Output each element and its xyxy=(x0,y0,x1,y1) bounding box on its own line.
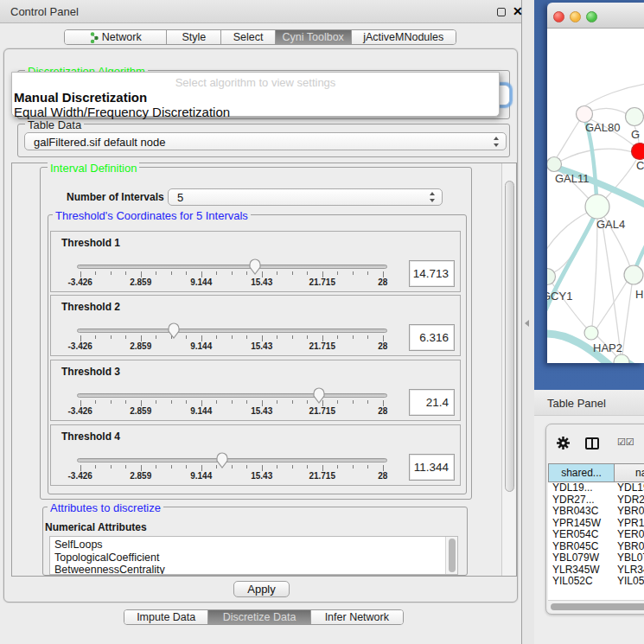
cell-shared-name: YBR043C xyxy=(548,506,613,518)
table-panel-header: Table Panel xyxy=(534,390,644,416)
num-intervals-label: Number of Intervals xyxy=(67,191,164,203)
threshold-value-field[interactable]: 6.316 xyxy=(409,324,455,351)
table-row[interactable]: YBL079WYBL079W xyxy=(548,552,644,564)
slider-tick-label: 9.144 xyxy=(190,277,212,287)
cell-name: YBR045C xyxy=(613,541,644,553)
slider-tick-label: 9.144 xyxy=(190,471,212,481)
slider-tick xyxy=(292,400,293,404)
select-columns-icon[interactable]: ☑☑ xyxy=(617,437,634,448)
table-row[interactable]: YLR345WYLR345W xyxy=(548,564,644,577)
network-node[interactable] xyxy=(547,157,562,172)
network-edge xyxy=(592,219,597,327)
table-row[interactable]: YER054CYER054C xyxy=(548,529,644,541)
split-columns-icon[interactable] xyxy=(585,437,599,450)
threshold-value-field[interactable]: 21.4 xyxy=(409,389,455,416)
apply-button[interactable]: Apply xyxy=(233,581,290,597)
table-hscrollbar[interactable] xyxy=(548,600,644,612)
float-window-icon[interactable] xyxy=(497,8,506,16)
network-node[interactable] xyxy=(626,108,644,126)
attribute-item[interactable]: BetweennessCentrality xyxy=(50,564,457,575)
attributes-list-scrollbar[interactable] xyxy=(445,537,457,574)
slider-tick xyxy=(337,271,338,275)
column-header-shared-name[interactable]: shared... xyxy=(548,463,615,482)
gear-icon[interactable] xyxy=(557,437,570,453)
slider-track[interactable] xyxy=(77,393,387,398)
network-window-titlebar xyxy=(547,3,644,29)
settings-scrollpane: Interval Definition Number of Intervals … xyxy=(11,163,517,577)
network-node-label: HAP2 xyxy=(593,341,622,354)
threshold-value-field[interactable]: 14.713 xyxy=(409,260,455,287)
table-rows: YDL19...YDL19YDR27...YDR27YBR043CYBR043C… xyxy=(548,482,644,584)
tab-discretize-data[interactable]: Discretize Data xyxy=(207,610,309,624)
network-edge xyxy=(547,212,589,253)
network-node-label: GAL80 xyxy=(585,121,620,134)
tab-style[interactable]: Style xyxy=(166,30,220,44)
tab-select[interactable]: Select xyxy=(220,30,275,44)
attributes-group-label: Attributes to discretize xyxy=(48,502,163,513)
zoom-traffic-light-icon[interactable] xyxy=(586,11,597,22)
table-row[interactable]: YIL052CYIL052C xyxy=(548,576,644,584)
cell-name: YBL079W xyxy=(613,552,644,564)
tab-jactivemnodules[interactable]: jActiveMNodules xyxy=(351,30,456,44)
network-node[interactable] xyxy=(585,194,609,219)
cell-shared-name: YIL052C xyxy=(548,576,613,584)
network-node[interactable] xyxy=(584,326,598,340)
slider-tick xyxy=(141,335,142,341)
slider-tick xyxy=(201,465,202,471)
splitpane-divider[interactable] xyxy=(522,0,534,644)
vertical-scrollbar[interactable] xyxy=(501,163,516,576)
slider-tick xyxy=(216,400,217,404)
slider-track[interactable] xyxy=(77,265,387,269)
vertical-scrollbar-thumb[interactable] xyxy=(505,181,514,492)
table-row[interactable]: YPR145WYPR145W xyxy=(548,518,644,530)
network-node[interactable] xyxy=(624,265,643,284)
network-node-label: C xyxy=(636,159,644,172)
network-node[interactable] xyxy=(577,106,593,123)
slider-tick xyxy=(95,400,96,404)
cell-name: YDL19 xyxy=(613,482,644,494)
tab-impute-data[interactable]: Impute Data xyxy=(124,610,207,624)
slider-thumb[interactable] xyxy=(312,386,326,404)
slider-track[interactable] xyxy=(77,458,387,462)
table-row[interactable]: YDR27...YDR27 xyxy=(548,494,644,507)
collapse-arrow-icon[interactable] xyxy=(525,320,529,327)
table-data-combo[interactable]: galFiltered.sif default node xyxy=(24,132,507,150)
table-row[interactable]: YDL19...YDL19 xyxy=(548,482,644,494)
cell-name: YPR145W xyxy=(613,518,644,530)
network-node[interactable] xyxy=(547,269,556,285)
slider-thumb[interactable] xyxy=(248,258,262,275)
cell-shared-name: YDR27... xyxy=(548,494,613,507)
network-node[interactable] xyxy=(632,143,644,160)
slider-tick xyxy=(246,335,247,339)
slider-tick xyxy=(246,465,247,469)
slider-thumb[interactable] xyxy=(167,322,181,339)
slider-thumb[interactable] xyxy=(215,451,229,469)
tab-infer-network[interactable]: Infer Network xyxy=(310,610,403,624)
attribute-item[interactable]: TopologicalCoefficient xyxy=(50,552,457,564)
num-intervals-spinner[interactable]: 5 xyxy=(168,188,443,206)
close-traffic-light-icon[interactable] xyxy=(553,11,564,22)
attributes-list[interactable]: SelfLoopsTopologicalCoefficientBetweenne… xyxy=(49,536,458,575)
minimize-traffic-light-icon[interactable] xyxy=(570,11,581,22)
slider-tick xyxy=(111,271,112,275)
column-header-name[interactable]: name xyxy=(614,463,644,482)
network-edge xyxy=(557,121,579,157)
popup-item-manual[interactable]: Manual Discretization xyxy=(14,90,147,105)
threshold-value-field[interactable]: 11.344 xyxy=(409,454,455,481)
slider-tick xyxy=(216,335,217,339)
popup-item-equal-width[interactable]: Equal Width/Frequency Discretization xyxy=(14,105,230,119)
spinner-arrows-icon xyxy=(430,189,435,205)
table-row[interactable]: YBR043CYBR043C xyxy=(548,506,644,518)
table-row[interactable]: YBR045CYBR045C xyxy=(548,541,644,553)
slider-track[interactable] xyxy=(77,328,387,333)
tab-network[interactable]: Network xyxy=(65,30,166,44)
attribute-item[interactable]: SelfLoops xyxy=(50,539,457,552)
slider-tick-label: 15.43 xyxy=(251,341,272,351)
threshold-label: Threshold 2 xyxy=(61,301,120,313)
cell-name: YER054C xyxy=(613,529,644,541)
network-canvas[interactable]: GAL80GCGAL11GAL4GCY1HHAP2 xyxy=(547,29,644,363)
tab-cyni-toolbox[interactable]: Cyni Toolbox xyxy=(275,30,351,44)
slider-tick xyxy=(277,400,277,404)
slider-tick xyxy=(186,400,187,404)
close-icon[interactable]: ✕ xyxy=(513,4,523,18)
